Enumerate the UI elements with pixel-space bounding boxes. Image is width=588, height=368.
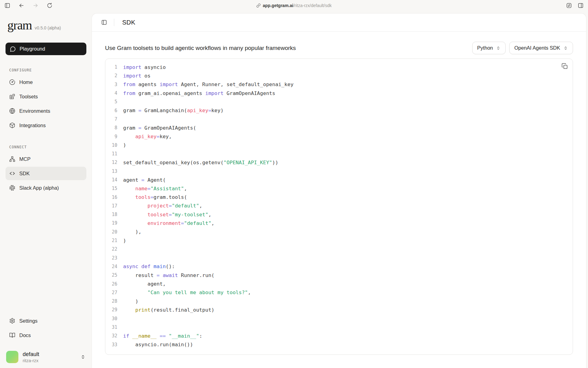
url-host: app.getgram.ai [263,3,293,8]
sidebar-item-label: Home [19,79,33,85]
code-line: 31 [105,323,573,332]
code-line-text: ) [123,238,126,244]
url-path: /ritza-rzx/default/sdk [293,3,332,8]
line-number: 9 [105,134,117,139]
sidebar-item-label: Toolsets [19,94,38,100]
gear-icon [9,318,15,324]
sidebar-item-label: MCP [19,156,31,162]
code-line: 23 [105,254,573,262]
code-line: 3from agents import Agent, Runner, set_d… [105,80,573,89]
line-number: 15 [105,186,117,191]
sidebar-item-mcp[interactable]: MCP [6,152,86,166]
code-line-text: from agents import Agent, Runner, set_de… [123,82,293,87]
version-label: v0.5.0 (alpha) [35,25,61,30]
code-line-text: gram = GramLangchain(api_key=key) [123,108,224,113]
avatar [6,351,18,363]
line-number: 14 [105,177,117,183]
playground-label: Playground [20,46,45,52]
code-line-text: if __name__ == "__main__": [123,333,202,339]
address-bar[interactable]: app.getgram.ai/ritza-rzx/default/sdk [256,0,332,11]
line-number: 32 [105,333,117,339]
sidebar-item-sdk[interactable]: SDK [6,167,86,180]
sidebar-item-environments[interactable]: Environments [6,104,86,118]
line-number: 23 [105,255,117,261]
browser-sidebar-toggle-icon[interactable] [4,2,10,9]
language-select[interactable]: Python [472,42,506,54]
sidebar-item-label: Docs [19,332,31,338]
site-settings-icon[interactable] [566,2,572,9]
section-label-configure: CONFIGURE [6,68,86,72]
panel-left-toggle-icon[interactable] [101,19,107,25]
code-editor: 1import asyncio2import os3from agents im… [105,63,573,349]
code-line: 7 [105,115,573,123]
chevrons-up-down-icon [80,354,86,360]
code-line-text: ), [123,229,141,235]
line-number: 5 [105,99,117,104]
code-line: 6gram = GramLangchain(api_key=key) [105,106,573,115]
framework-select[interactable]: OpenAI Agents SDK [509,42,573,54]
line-number: 22 [105,246,117,252]
sidebar-item-toolsets[interactable]: Toolsets [6,90,86,103]
code-icon [9,170,15,176]
line-number: 13 [105,169,117,174]
line-number: 6 [105,108,117,113]
code-line-text: toolset="my-toolset", [123,212,211,218]
sidebar-item-label: Slack App (alpha) [19,185,59,191]
line-number: 24 [105,264,117,269]
code-line: 29 print(result.final_output) [105,305,573,314]
book-open-icon [9,332,15,338]
chevrons-up-down-icon [563,46,568,51]
sidebar-item-integrations[interactable]: Integrations [6,119,86,132]
chevrons-up-down-icon [496,46,501,51]
language-select-value: Python [477,45,493,51]
code-line-text: project="default", [123,203,202,209]
code-line-text: ) [123,142,126,148]
code-line-text: asyncio.run(main()) [123,342,193,347]
sidebar-item-settings[interactable]: Settings [6,314,86,328]
line-number: 18 [105,212,117,217]
reload-icon[interactable] [47,2,53,9]
code-block: 1import asyncio2import os3from agents im… [105,59,573,355]
line-number: 19 [105,220,117,226]
link-icon [256,3,261,8]
line-number: 4 [105,90,117,96]
page-title: SDK [122,19,135,26]
code-line: 32if __name__ == "__main__": [105,332,573,340]
sidebar-item-docs[interactable]: Docs [6,328,86,342]
sidebar-item-label: SDK [19,171,30,176]
code-line: 17 project="default", [105,202,573,210]
line-number: 31 [105,324,117,330]
sidebar-item-home[interactable]: Home [6,75,86,89]
code-line-text: "Can you tell me about my tools?", [123,290,251,295]
code-line-text: async def main(): [123,264,175,269]
code-line: 14agent = Agent( [105,176,573,184]
code-line: 15 name="Assistant", [105,184,573,193]
line-number: 30 [105,316,117,321]
back-icon[interactable] [18,2,24,9]
playground-button[interactable]: Playground [6,43,86,55]
code-line: 13 [105,167,573,176]
forward-icon [32,2,39,9]
code-line: 12set_default_openai_key(os.getenv("OPEN… [105,158,573,167]
code-line: 19 environment="default", [105,219,573,227]
code-line-text: api_key=key, [123,134,172,139]
code-line: 16 tools=gram.tools( [105,193,573,201]
code-line: 24async def main(): [105,262,573,271]
code-line: 18 toolset="my-toolset", [105,210,573,219]
copy-code-button[interactable] [561,63,568,70]
code-line-text: import asyncio [123,64,166,70]
line-number: 12 [105,160,117,165]
line-number: 10 [105,142,117,148]
code-line: 33 asyncio.run(main()) [105,340,573,349]
account-switcher[interactable]: default ritza-rzx [6,351,86,363]
code-line: 20 ), [105,228,573,236]
code-line-text: agent, [123,281,166,287]
line-number: 20 [105,229,117,235]
line-number: 8 [105,125,117,131]
browser-panel-right-icon[interactable] [578,2,584,9]
line-number: 27 [105,290,117,295]
gram-logo: gram [7,19,32,32]
code-line-text: name="Assistant", [123,186,187,192]
code-line: 30 [105,314,573,323]
sidebar-item-slack-app-alpha[interactable]: Slack App (alpha) [6,181,86,195]
